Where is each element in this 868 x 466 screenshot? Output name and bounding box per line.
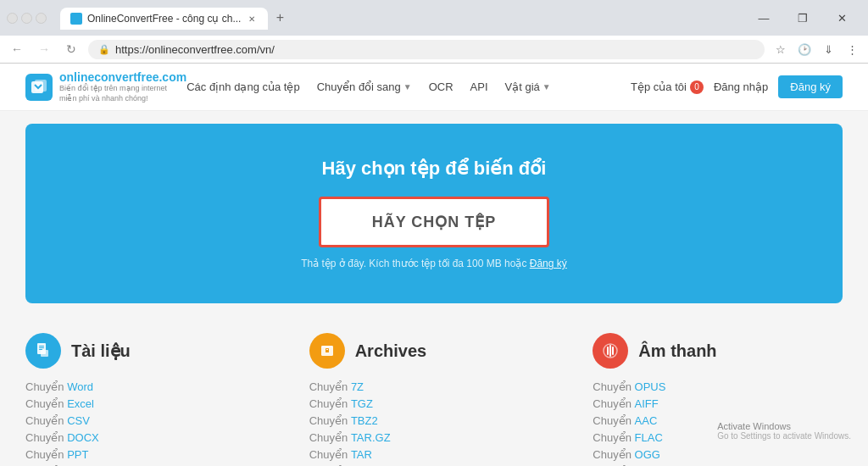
svg-rect-10 [326,349,328,350]
svg-rect-5 [39,349,42,350]
convert-targz-link[interactable]: TAR.GZ [351,431,391,444]
tab-favicon [70,13,82,25]
archives-category: Archives Chuyển 7Z Chuyển TGZ Chuyển TBZ… [309,333,559,466]
download-icon[interactable]: ⇓ [819,40,837,58]
list-item: Chuyển DOCX [25,431,275,444]
convert-dropdown-arrow: ▼ [403,82,412,92]
files-badge: 0 [690,80,704,94]
list-item: Chuyển OPUS [593,380,843,393]
convert-tar-link[interactable]: TAR [351,448,372,461]
logo-icon [25,74,53,101]
archives-icon [309,333,345,369]
window-min-dot [21,13,32,24]
audio-category: Âm thanh Chuyển OPUS Chuyển AIFF Chuyển … [593,333,843,466]
tab-title: OnlineConvertFree - công cụ ch... [87,13,241,25]
svg-rect-9 [326,348,329,352]
history-icon[interactable]: 🕑 [795,40,814,58]
hero-section: Hãy chọn tệp để biến đổi HÃY CHỌN TỆP Th… [25,124,843,303]
list-item: Chuyển TBZ2 [309,414,559,427]
pricing-dropdown-arrow: ▼ [542,82,551,92]
tab-close-btn[interactable]: ✕ [246,13,258,25]
window-max-dot [36,13,47,24]
window-close-button[interactable]: ✕ [822,5,861,31]
categories-section: Tài liệu Chuyển Word Chuyển Excel Chuyển… [0,316,868,466]
list-item: Chuyển TAR.GZ [309,431,559,444]
bookmark-icon[interactable]: ☆ [771,40,790,58]
audio-header: Âm thanh [593,333,843,369]
hero-subtitle: Thả tệp ở đây. Kích thước tệp tối đa 100… [42,258,826,269]
window-close-dot [7,13,18,24]
convert-docx-link[interactable]: DOCX [67,431,99,444]
hero-title: Hãy chọn tệp để biến đổi [42,158,826,180]
audio-icon [593,333,628,369]
convert-excel-link[interactable]: Excel [67,397,94,410]
documents-category: Tài liệu Chuyển Word Chuyển Excel Chuyển… [25,333,275,466]
site-header: onlineconvertfree.com Biến đổi tệp trên … [0,64,868,111]
documents-list: Chuyển Word Chuyển Excel Chuyển CSV Chuy… [25,380,275,466]
main-nav: Các định dạng của tệp Chuyển đổi sang ▼ … [186,80,631,93]
convert-aiff-link[interactable]: AIFF [635,397,659,410]
convert-ogg-link[interactable]: OGG [635,448,660,461]
my-files-button[interactable]: Tệp của tôi 0 [631,80,704,94]
activate-subtitle: Go to Settings to activate Windows. [717,431,851,441]
choose-file-button[interactable]: HÃY CHỌN TỆP [319,197,550,247]
logo-subtitle: Biến đổi tệp trên mạng internet miễn phí… [59,84,170,103]
audio-title: Âm thanh [638,341,716,361]
activate-watermark: Activate Windows Go to Settings to activ… [717,421,851,441]
archives-header: Archives [309,333,559,369]
address-bar[interactable]: 🔒 https://onlineconvertfree.com/vn/ [88,40,765,59]
nav-convert[interactable]: Chuyển đổi sang ▼ [317,80,412,93]
convert-ppt-link[interactable]: PPT [67,448,88,461]
register-button[interactable]: Đăng ký [778,75,843,98]
archives-list: Chuyển 7Z Chuyển TGZ Chuyển TBZ2 Chuyển … [309,380,559,466]
convert-word-link[interactable]: Word [67,380,93,393]
nav-ocr[interactable]: OCR [429,80,453,93]
extensions-icon[interactable]: ⋮ [843,40,861,58]
nav-pricing[interactable]: Vật giá ▼ [505,80,551,93]
list-item: Chuyển TAR [309,448,559,461]
documents-title: Tài liệu [71,341,131,361]
list-item: Chuyển 7Z [309,380,559,393]
convert-tgz-link[interactable]: TGZ [351,397,373,410]
svg-rect-6 [41,350,48,357]
activate-title: Activate Windows [717,421,851,431]
files-label: Tệp của tôi [631,80,687,93]
svg-rect-4 [39,347,44,348]
list-item: Chuyển AIFF [593,397,843,410]
list-item: Chuyển CSV [25,414,275,427]
convert-flac-link[interactable]: FLAC [635,431,663,444]
list-item: Chuyển PPT [25,448,275,461]
back-button[interactable]: ← [7,39,27,59]
svg-rect-8 [321,346,333,348]
list-item: Chuyển OGG [593,448,843,461]
forward-button[interactable]: → [34,39,54,59]
window-restore-button[interactable]: ❐ [783,5,822,31]
signup-link[interactable]: Đăng ký [530,258,567,269]
nav-api[interactable]: API [470,80,488,93]
convert-tbz2-link[interactable]: TBZ2 [351,414,378,427]
archives-title: Archives [355,341,427,361]
convert-csv-link[interactable]: CSV [67,414,90,427]
logo-text[interactable]: onlineconvertfree.com [59,70,186,84]
header-right: Tệp của tôi 0 Đăng nhập Đăng ký [631,75,843,98]
refresh-button[interactable]: ↻ [61,39,81,59]
logo-area: onlineconvertfree.com Biến đổi tệp trên … [25,70,186,103]
security-lock-icon: 🔒 [98,44,110,55]
list-item: Chuyển TGZ [309,397,559,410]
active-tab[interactable]: OnlineConvertFree - công cụ ch... ✕ [60,8,268,30]
new-tab-button[interactable]: + [268,6,292,30]
convert-opus-link[interactable]: OPUS [635,380,666,393]
convert-7z-link[interactable]: 7Z [351,380,364,393]
list-item: Chuyển Word [25,380,275,393]
list-item: Chuyển Excel [25,397,275,410]
login-button[interactable]: Đăng nhập [714,80,768,93]
convert-aac-link[interactable]: AAC [635,414,658,427]
url-text: https://onlineconvertfree.com/vn/ [115,43,275,56]
svg-rect-3 [39,346,44,347]
page-content: onlineconvertfree.com Biến đổi tệp trên … [0,64,868,466]
window-minimize-button[interactable]: — [744,5,783,31]
documents-icon [25,333,61,369]
nav-formats[interactable]: Các định dạng của tệp [186,80,300,93]
documents-header: Tài liệu [25,333,275,369]
